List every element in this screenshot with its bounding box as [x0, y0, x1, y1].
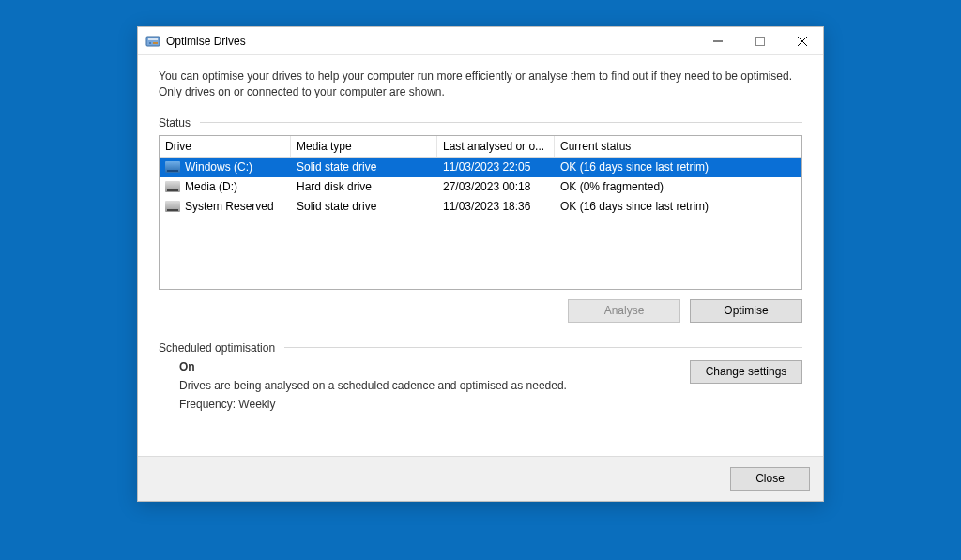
optimise-drives-window: Optimise Drives You can optimise your dr… — [137, 26, 824, 502]
header-status[interactable]: Current status — [555, 136, 801, 157]
table-row[interactable]: Media (D:)Hard disk drive27/03/2023 00:1… — [160, 177, 801, 197]
action-buttons: Analyse Optimise — [159, 299, 802, 323]
window-title: Optimise Drives — [166, 35, 246, 48]
divider — [200, 122, 802, 123]
cell-status: OK (16 days since last retrim) — [555, 197, 801, 217]
titlebar[interactable]: Optimise Drives — [138, 27, 823, 55]
scheduled-label: Scheduled optimisation — [159, 341, 275, 355]
cell-drive: System Reserved — [160, 197, 291, 217]
status-label: Status — [159, 116, 191, 129]
cell-drive: Windows (C:) — [160, 158, 291, 177]
scheduled-block: On Drives are being analysed on a schedu… — [159, 360, 802, 416]
analyse-button[interactable]: Analyse — [568, 299, 680, 323]
scheduled-state: On — [179, 360, 671, 373]
cell-media: Solid state drive — [291, 158, 437, 177]
scheduled-info: On Drives are being analysed on a schedu… — [159, 360, 671, 416]
change-settings-button[interactable]: Change settings — [690, 360, 802, 384]
drive-icon — [165, 201, 180, 212]
close-button[interactable] — [781, 27, 823, 54]
drive-name: System Reserved — [185, 200, 274, 213]
drive-name: Media (D:) — [185, 180, 237, 193]
svg-point-2 — [149, 42, 151, 44]
svg-rect-5 — [755, 37, 764, 45]
cell-media: Solid state drive — [291, 197, 437, 217]
cell-media: Hard disk drive — [291, 177, 437, 197]
cell-analysed: 11/03/2023 18:36 — [437, 197, 555, 217]
optimise-button[interactable]: Optimise — [690, 299, 802, 323]
description-text: You can optimise your drives to help you… — [159, 68, 802, 101]
table-row[interactable]: System ReservedSolid state drive11/03/20… — [160, 197, 801, 217]
svg-rect-3 — [153, 42, 158, 44]
svg-rect-1 — [148, 38, 158, 40]
cell-analysed: 27/03/2023 00:18 — [437, 177, 555, 197]
app-icon — [145, 34, 160, 49]
column-headers[interactable]: Drive Media type Last analysed or o... C… — [160, 136, 801, 158]
scheduled-group-label: Scheduled optimisation — [159, 341, 802, 355]
cell-status: OK (0% fragmented) — [555, 177, 801, 197]
drive-rows: Windows (C:)Solid state drive11/03/2023 … — [160, 158, 801, 217]
header-drive[interactable]: Drive — [160, 136, 291, 157]
drive-icon — [165, 181, 180, 192]
scheduled-desc: Drives are being analysed on a scheduled… — [179, 379, 671, 392]
status-group-label: Status — [159, 116, 802, 129]
drive-name: Windows (C:) — [185, 160, 252, 174]
header-analysed[interactable]: Last analysed or o... — [437, 136, 555, 157]
window-controls — [696, 27, 823, 54]
divider — [284, 347, 802, 348]
header-media[interactable]: Media type — [291, 136, 437, 157]
close-window-button[interactable]: Close — [730, 467, 810, 491]
svg-rect-0 — [146, 37, 160, 46]
table-row[interactable]: Windows (C:)Solid state drive11/03/2023 … — [160, 158, 801, 177]
cell-drive: Media (D:) — [160, 177, 291, 197]
window-body: You can optimise your drives to help you… — [138, 55, 823, 430]
cell-status: OK (16 days since last retrim) — [555, 158, 801, 177]
maximize-button[interactable] — [739, 27, 781, 54]
minimize-button[interactable] — [696, 27, 739, 54]
drive-icon — [165, 161, 180, 173]
cell-analysed: 11/03/2023 22:05 — [437, 158, 555, 177]
drive-list[interactable]: Drive Media type Last analysed or o... C… — [159, 135, 802, 290]
footer: Close — [138, 456, 823, 501]
scheduled-frequency: Frequency: Weekly — [179, 398, 671, 411]
